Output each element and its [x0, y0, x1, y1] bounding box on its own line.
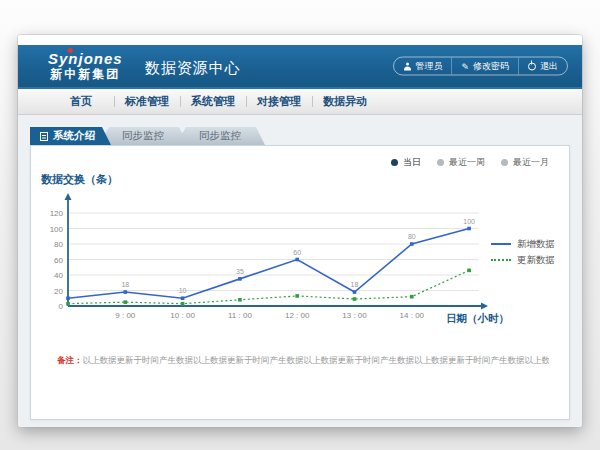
svg-text:13 : 00: 13 : 00 [342, 311, 367, 320]
svg-text:35: 35 [236, 268, 244, 275]
legend-update-data: 更新数据 [491, 252, 555, 268]
page-title: 数据资源中心 [145, 59, 241, 78]
svg-text:9 : 00: 9 : 00 [115, 311, 136, 320]
legend-new-data-label: 新增数据 [517, 238, 555, 251]
radio-unselected-icon [437, 159, 444, 166]
svg-text:40: 40 [54, 271, 63, 280]
tab-sync-monitor-1[interactable]: 同步监控 [98, 127, 188, 145]
content-area: 系统介绍 同步监控 同步监控 当日 最近一周 [18, 115, 582, 427]
nav-item-data-change[interactable]: 数据异动 [312, 89, 378, 114]
app-header: Synjones 新中新集团 数据资源中心 管理员 ✎ 修改密码 退出 [18, 45, 582, 89]
footnote-text: 以上数据更新于时间产生数据以上数据更新于时间产生数据以上数据更新于时间产生数据以… [83, 355, 550, 365]
window-top-strip [18, 35, 582, 45]
document-icon [40, 132, 48, 141]
svg-text:12 : 00: 12 : 00 [285, 311, 310, 320]
change-password-button[interactable]: ✎ 修改密码 [451, 58, 518, 75]
tab-system-intro-label: 系统介绍 [53, 129, 95, 143]
tab-bar: 系统介绍 同步监控 同步监控 [30, 127, 570, 145]
legend-new-data: 新增数据 [491, 236, 555, 252]
logout-button[interactable]: 退出 [518, 58, 567, 75]
edit-icon: ✎ [461, 62, 469, 70]
svg-text:80: 80 [54, 240, 63, 249]
change-password-label: 修改密码 [473, 60, 509, 73]
tab-sync-monitor-2[interactable]: 同步监控 [175, 127, 265, 145]
svg-text:60: 60 [293, 249, 301, 256]
nav-item-system-mgmt[interactable]: 系统管理 [180, 89, 246, 114]
svg-text:60: 60 [54, 256, 63, 265]
svg-text:100: 100 [50, 225, 64, 234]
svg-text:10: 10 [179, 287, 187, 294]
radio-today[interactable]: 当日 [391, 156, 421, 169]
radio-unselected-icon [501, 159, 508, 166]
nav-item-home[interactable]: 首页 [48, 89, 114, 114]
tab-sync-monitor-1-label: 同步监控 [122, 129, 164, 143]
radio-last-week[interactable]: 最近一周 [437, 156, 485, 169]
radio-selected-icon [391, 159, 398, 166]
y-axis-label: 数据交换（条） [41, 172, 118, 187]
dotted-line-swatch-icon [491, 259, 511, 261]
logo-text-cn: 新中新集团 [48, 68, 123, 81]
power-icon [528, 62, 536, 70]
svg-text:18: 18 [351, 281, 359, 288]
logo: Synjones 新中新集团 [48, 51, 123, 81]
time-filter-group: 当日 最近一周 最近一月 [391, 156, 549, 169]
svg-text:18: 18 [121, 281, 129, 288]
footnote-label: 备注： [57, 355, 83, 365]
footnote: 备注：以上数据更新于时间产生数据以上数据更新于时间产生数据以上数据更新于时间产生… [57, 355, 549, 367]
chart-panel: 当日 最近一周 最近一月 数据交换（条） 0204060801001209 : … [30, 145, 570, 420]
svg-text:日期（小时）: 日期（小时） [446, 312, 509, 325]
tab-sync-monitor-2-label: 同步监控 [199, 129, 241, 143]
svg-text:10 : 00: 10 : 00 [170, 311, 195, 320]
solid-line-swatch-icon [491, 243, 511, 245]
svg-text:11 : 00: 11 : 00 [228, 311, 252, 320]
svg-text:120: 120 [50, 209, 64, 218]
person-icon [403, 62, 411, 70]
user-pill: 管理员 ✎ 修改密码 退出 [393, 57, 568, 76]
logo-text-en: Synjones [48, 51, 123, 68]
legend-update-data-label: 更新数据 [517, 254, 555, 267]
radio-last-week-label: 最近一周 [449, 156, 485, 169]
svg-text:100: 100 [463, 218, 475, 225]
radio-last-month[interactable]: 最近一月 [501, 156, 549, 169]
radio-today-label: 当日 [403, 156, 421, 169]
radio-last-month-label: 最近一月 [513, 156, 549, 169]
chart-legend: 新增数据 更新数据 [491, 236, 555, 268]
user-admin-button[interactable]: 管理员 [394, 58, 451, 75]
nav-item-integration-mgmt[interactable]: 对接管理 [246, 89, 312, 114]
app-window: Synjones 新中新集团 数据资源中心 管理员 ✎ 修改密码 退出 首页 标… [18, 35, 582, 427]
line-chart: 0204060801001209 : 0010 : 0011 : 0012 : … [31, 186, 531, 336]
logout-label: 退出 [540, 60, 558, 73]
svg-text:14 : 00: 14 : 00 [400, 311, 425, 320]
svg-text:80: 80 [408, 233, 416, 240]
svg-text:20: 20 [54, 287, 63, 296]
user-admin-label: 管理员 [415, 60, 442, 73]
svg-text:0: 0 [59, 302, 64, 311]
nav-item-standard-mgmt[interactable]: 标准管理 [114, 89, 180, 114]
main-nav: 首页 标准管理 系统管理 对接管理 数据异动 [18, 89, 582, 115]
tab-system-intro[interactable]: 系统介绍 [30, 127, 111, 145]
